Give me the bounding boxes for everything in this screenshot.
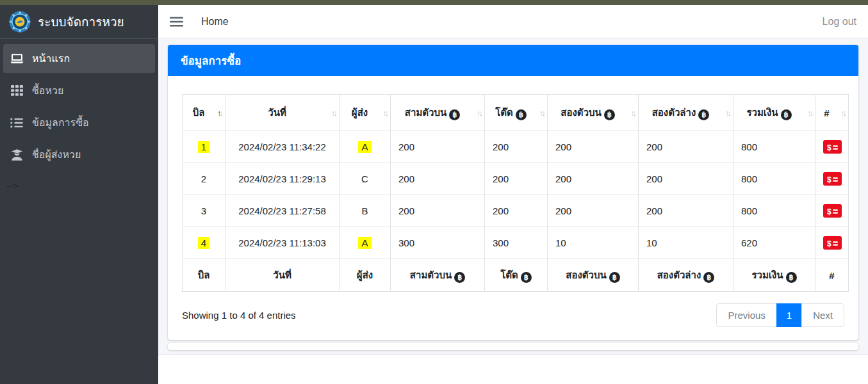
col-header-action: # — [815, 259, 849, 292]
pagination-previous[interactable]: Previous — [716, 303, 776, 327]
baht-icon: ฿ — [521, 272, 532, 283]
col-header-three_top[interactable]: สามตัวบน฿↑↓ — [391, 95, 485, 131]
sort-icon: ↑↓ — [217, 109, 222, 117]
table-row: 12024/02/23 11:34:22A200200200200800$ — [183, 131, 849, 163]
cell-bill: 3 — [183, 195, 225, 227]
col-label: สามตัวบน — [405, 107, 446, 118]
col-header-bill: บิล — [183, 259, 225, 292]
cell-action: $ — [815, 131, 849, 163]
baht-icon: ฿ — [703, 272, 714, 283]
col-header-date[interactable]: วันที่↑↓ — [225, 95, 340, 131]
sort-icon: ↑↓ — [840, 109, 845, 117]
cell-three_top: 200 — [391, 163, 485, 195]
sidebar-item-1[interactable]: ซื้อหวย — [3, 76, 155, 105]
cell-date: 2024/02/23 11:34:22 — [225, 131, 340, 163]
col-label: โต๊ด — [500, 269, 518, 280]
cell-two_bottom: 200 — [639, 163, 733, 195]
col-header-tod[interactable]: โต๊ด฿↑↓ — [485, 95, 548, 131]
sidebar-item-label: ชื่อผู้ส่งหวย — [32, 147, 81, 163]
logout-link[interactable]: Log out — [823, 16, 856, 28]
sort-icon: ↑↓ — [725, 109, 730, 117]
highlighted-value: A — [358, 237, 371, 249]
top-accent-strip — [0, 0, 868, 5]
money-check-button[interactable]: $ — [823, 140, 842, 154]
baht-icon: ฿ — [516, 109, 527, 120]
baht-icon: ฿ — [604, 109, 615, 120]
col-label: โต๊ด — [495, 107, 513, 118]
col-label: รวมเงิน — [751, 269, 783, 280]
col-header-total[interactable]: รวมเงิน฿↑↓ — [733, 95, 815, 131]
col-header-bill[interactable]: บิล↑↓ — [183, 95, 225, 131]
cell-sender: B — [340, 195, 391, 227]
svg-text:$: $ — [827, 239, 831, 248]
cell-three_top: 200 — [391, 195, 485, 227]
main-area: Home Log out ข้อมูลการซื้อ บิล↑↓วันที่↑↓… — [158, 5, 868, 384]
cell-action: $ — [815, 163, 849, 195]
col-label: ผู้ส่ง — [352, 107, 368, 118]
hamburger-menu-icon[interactable] — [170, 17, 183, 27]
pagination-page-1[interactable]: 1 — [776, 303, 802, 327]
cell-two_bottom: 10 — [639, 227, 733, 259]
cell-two_top: 200 — [548, 163, 639, 195]
cell-total: 800 — [733, 131, 815, 163]
money-check-button[interactable]: $ — [823, 172, 842, 186]
sort-icon: ↑↓ — [539, 109, 544, 117]
svg-text:$: $ — [827, 175, 831, 184]
cell-tod: 200 — [485, 195, 548, 227]
sidebar-item-0[interactable]: หน้าแรก — [3, 44, 155, 73]
sidebar-item-2[interactable]: ข้อมูลการซื้อ — [3, 108, 155, 137]
col-label: สองตัวล่าง — [652, 107, 696, 118]
col-header-total: รวมเงิน฿ — [733, 259, 815, 292]
pagination-next[interactable]: Next — [801, 303, 844, 327]
sort-icon: ↑↓ — [331, 109, 336, 117]
col-header-action[interactable]: #↑↓ — [815, 95, 849, 131]
col-label: ผู้ส่ง — [357, 269, 373, 280]
col-header-two_top[interactable]: สองตัวบน฿↑↓ — [548, 95, 639, 131]
main-footer — [158, 354, 868, 384]
col-label: สองตัวบน — [566, 269, 606, 280]
cell-action: $ — [815, 195, 849, 227]
col-label: # — [824, 108, 829, 118]
highlighted-value: 1 — [198, 141, 209, 153]
baht-icon: ฿ — [786, 272, 797, 283]
sort-icon: ↑↓ — [477, 109, 481, 117]
cell-bill: 4 — [183, 227, 225, 259]
card-title: ข้อมูลการซื้อ — [168, 45, 858, 76]
cell-bill: 2 — [183, 163, 225, 195]
list-icon — [10, 116, 24, 129]
col-label: บิล — [193, 107, 205, 118]
brand[interactable]: ระบบจัดการหวย — [0, 5, 158, 39]
cell-two_bottom: 200 — [639, 195, 733, 227]
col-header-two_bottom[interactable]: สองตัวล่าง฿↑↓ — [639, 95, 733, 131]
cell-tod: 200 — [485, 131, 548, 163]
cell-two_top: 200 — [548, 195, 639, 227]
col-header-sender[interactable]: ผู้ส่ง↑↓ — [340, 95, 391, 131]
cell-total: 620 — [733, 227, 815, 259]
money-check-button[interactable]: $ — [823, 236, 842, 250]
svg-text:$: $ — [827, 207, 831, 216]
nav-link-home[interactable]: Home — [201, 16, 229, 28]
col-label: สองตัวล่าง — [657, 269, 701, 280]
col-header-sender: ผู้ส่ง — [340, 259, 391, 292]
purchase-data-card: ข้อมูลการซื้อ บิล↑↓วันที่↑↓ผู้ส่ง↑↓สามตั… — [168, 45, 858, 340]
cell-tod: 200 — [485, 163, 548, 195]
svg-text:$: $ — [827, 143, 831, 152]
cell-date: 2024/02/23 11:13:03 — [225, 227, 340, 259]
baht-icon: ฿ — [454, 272, 465, 283]
cell-bill: 1 — [183, 131, 225, 163]
table-bottom-bar: Showing 1 to 4 of 4 entries Previous 1 N… — [182, 303, 844, 327]
cell-sender: A — [340, 131, 391, 163]
sidebar-item-3[interactable]: ชื่อผู้ส่งหวย — [3, 140, 155, 169]
col-label: รวมเงิน — [746, 107, 778, 118]
cell-sender: A — [340, 227, 391, 259]
top-navbar: Home Log out — [158, 5, 868, 38]
pagination: Previous 1 Next — [716, 303, 844, 327]
highlighted-value: 4 — [198, 237, 209, 249]
money-check-button[interactable]: $ — [823, 204, 842, 218]
cell-three_top: 200 — [391, 131, 485, 163]
cell-date: 2024/02/23 11:29:13 — [225, 163, 340, 195]
desktop-icon — [10, 52, 24, 65]
sort-icon: ↑↓ — [807, 109, 812, 117]
col-label: # — [829, 270, 834, 281]
col-label: วันที่ — [268, 107, 286, 118]
